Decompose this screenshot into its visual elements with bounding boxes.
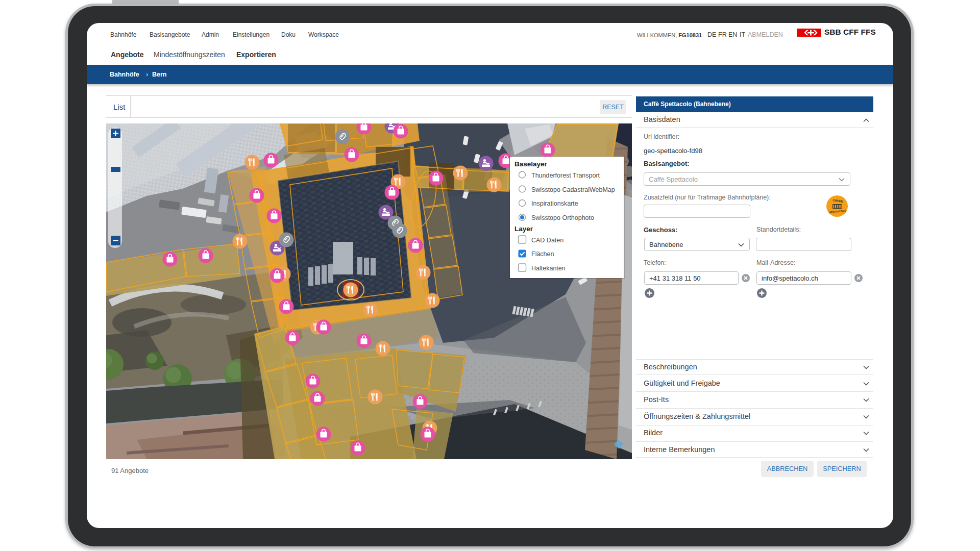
svg-text:Thunderforest Transport: Thunderforest Transport	[531, 172, 600, 179]
svg-text:Inspirationskarte: Inspirationskarte	[531, 200, 578, 207]
svg-text:CAFFÈ: CAFFÈ	[832, 198, 843, 203]
svg-text:Baselayer: Baselayer	[514, 160, 548, 168]
svg-text:SPETTACOLO: SPETTACOLO	[829, 209, 846, 214]
svg-text:Haltekanten: Haltekanten	[531, 265, 566, 272]
svg-text:CAD Daten: CAD Daten	[531, 237, 564, 244]
svg-text:Swisstopo CadastralWebMap: Swisstopo CadastralWebMap	[531, 186, 615, 193]
svg-text:Swisstopo Orthophoto: Swisstopo Orthophoto	[531, 214, 594, 221]
svg-text:Flächen: Flächen	[531, 251, 554, 258]
svg-text:Layer: Layer	[514, 225, 533, 233]
